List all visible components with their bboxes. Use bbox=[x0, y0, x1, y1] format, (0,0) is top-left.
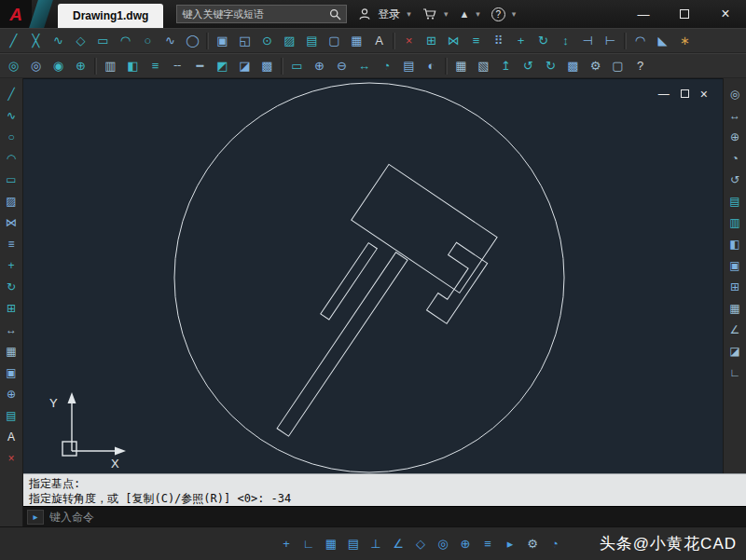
minimize-button[interactable]: — bbox=[623, 0, 664, 28]
circle-icon[interactable]: ○ bbox=[137, 30, 159, 51]
search-box[interactable] bbox=[176, 5, 347, 23]
layers-palette-icon[interactable]: ▤ bbox=[725, 191, 745, 211]
measure-tool-icon[interactable]: ⊕ bbox=[2, 384, 21, 403]
ellipse-icon[interactable]: ◯ bbox=[182, 30, 203, 51]
render-icon[interactable]: ◐ bbox=[421, 55, 442, 76]
object-snap-tracking-icon[interactable]: ⊕ bbox=[454, 533, 477, 555]
blocks-palette-icon[interactable]: ▣ bbox=[725, 255, 745, 275]
array-icon[interactable]: ⠿ bbox=[488, 30, 509, 51]
search-icon[interactable] bbox=[329, 8, 341, 20]
rotate-icon[interactable]: ↻ bbox=[532, 30, 554, 51]
orbit-view-icon[interactable]: ◔ bbox=[725, 148, 745, 168]
mtext-icon[interactable]: A bbox=[368, 30, 390, 51]
ucs-toggle-icon[interactable]: ∟ bbox=[725, 362, 745, 382]
named-views-icon[interactable]: ▤ bbox=[398, 55, 420, 76]
text-style-icon[interactable]: A bbox=[2, 427, 21, 446]
properties-palette-icon[interactable]: ▥ bbox=[725, 212, 745, 232]
match-properties-icon[interactable]: ◧ bbox=[122, 55, 144, 76]
ortho-mode-icon[interactable]: ⊥ bbox=[365, 533, 387, 555]
copy-icon[interactable]: ⊞ bbox=[421, 30, 442, 51]
copy-tool-icon[interactable]: ⊞ bbox=[2, 298, 21, 318]
extend-icon[interactable]: ⊢ bbox=[600, 30, 621, 51]
signin-group[interactable]: 登录 ▾ bbox=[358, 7, 411, 22]
rectangle-icon[interactable]: ▭ bbox=[92, 30, 114, 51]
erase-icon[interactable]: × bbox=[398, 30, 420, 51]
drawing-canvas[interactable]: — × Y X bbox=[23, 78, 723, 473]
point-icon[interactable]: ⊙ bbox=[256, 30, 278, 51]
measure-icon[interactable]: ⊕ bbox=[70, 55, 91, 76]
redo-icon[interactable]: ↻ bbox=[540, 55, 561, 76]
construction-line-icon[interactable]: ╳ bbox=[25, 30, 47, 51]
xref-palette-icon[interactable]: ⊞ bbox=[725, 277, 745, 296]
layers-tool-icon[interactable]: ▤ bbox=[2, 405, 21, 425]
offset-tool-icon[interactable]: ≡ bbox=[2, 234, 21, 253]
circle-2p-icon[interactable]: ◎ bbox=[25, 55, 47, 76]
options-icon[interactable]: ⚙ bbox=[585, 55, 606, 76]
doc-restore-button[interactable] bbox=[681, 88, 689, 101]
undo-icon[interactable]: ↺ bbox=[518, 55, 539, 76]
orbit-icon[interactable]: ◔ bbox=[376, 55, 397, 76]
arc-icon[interactable]: ◠ bbox=[115, 30, 136, 51]
maximize-button[interactable] bbox=[664, 0, 705, 28]
app-menu-button[interactable]: A bbox=[0, 0, 32, 28]
block-tool-icon[interactable]: ▣ bbox=[2, 362, 21, 382]
export-icon[interactable]: ↥ bbox=[495, 55, 517, 76]
hatch-icon[interactable]: ▨ bbox=[279, 30, 300, 51]
annotation-monitor-icon[interactable]: ◔ bbox=[544, 533, 566, 555]
zoom-in-icon[interactable]: ⊕ bbox=[309, 55, 330, 76]
line-icon[interactable]: ╱ bbox=[3, 30, 24, 51]
rectangle-tool-icon[interactable]: ▭ bbox=[2, 170, 21, 189]
publish-icon[interactable]: ▧ bbox=[473, 55, 494, 76]
region-icon[interactable]: ▢ bbox=[324, 30, 345, 51]
workspace-switching-icon[interactable]: ⚙ bbox=[521, 533, 544, 555]
object-snap-icon[interactable]: ◎ bbox=[432, 533, 454, 555]
doc-close-button[interactable]: × bbox=[700, 87, 708, 102]
crosshair-icon[interactable]: + bbox=[275, 533, 297, 555]
infer-constraints-icon[interactable]: ∟ bbox=[297, 533, 320, 555]
measure-palette-icon[interactable]: ∠ bbox=[725, 320, 745, 339]
zoom-view-icon[interactable]: ⊕ bbox=[725, 127, 745, 146]
grid-display-icon[interactable]: ▤ bbox=[342, 533, 365, 555]
bar-rect-entity[interactable] bbox=[321, 243, 378, 320]
hatch-tool-icon[interactable]: ▨ bbox=[2, 191, 21, 211]
donut-icon[interactable]: ◎ bbox=[3, 55, 24, 76]
layer-icon[interactable]: ≡ bbox=[145, 55, 166, 76]
command-input[interactable] bbox=[49, 511, 742, 524]
arc-tool-icon[interactable]: ◠ bbox=[2, 148, 21, 168]
paste-icon[interactable]: ▥ bbox=[100, 55, 121, 76]
dimension-tool-icon[interactable]: ↔ bbox=[2, 320, 21, 339]
table-icon[interactable]: ▦ bbox=[346, 30, 367, 51]
clean-screen-icon[interactable]: ▢ bbox=[607, 55, 629, 76]
color-icon[interactable]: ◩ bbox=[212, 55, 233, 76]
circle-3p-icon[interactable]: ◉ bbox=[48, 55, 69, 76]
handle-rect-entity[interactable] bbox=[277, 253, 408, 436]
app-manager-group[interactable]: ▲ ▾ bbox=[459, 8, 479, 20]
explode-icon[interactable]: ∗ bbox=[674, 30, 696, 51]
document-tab[interactable]: Drawing1.dwg bbox=[58, 4, 163, 28]
polyline-icon[interactable]: ∿ bbox=[48, 30, 69, 51]
linetype-icon[interactable]: ╌ bbox=[167, 55, 188, 76]
help-toolbar-icon[interactable]: ? bbox=[629, 55, 651, 76]
insert-block-icon[interactable]: ▣ bbox=[212, 30, 233, 51]
properties-icon[interactable]: ▩ bbox=[562, 55, 584, 76]
circle-tool-icon[interactable]: ○ bbox=[2, 127, 21, 146]
polygon-icon[interactable]: ◇ bbox=[70, 30, 91, 51]
zoom-window-icon[interactable]: ▭ bbox=[286, 55, 308, 76]
search-input[interactable] bbox=[182, 8, 329, 20]
scale-icon[interactable]: ↕ bbox=[555, 30, 576, 51]
move-tool-icon[interactable]: + bbox=[2, 255, 21, 275]
snap-mode-icon[interactable]: ▦ bbox=[320, 533, 342, 555]
view-back-icon[interactable]: ↺ bbox=[725, 170, 745, 189]
line-tool-icon[interactable]: ╱ bbox=[2, 84, 21, 103]
section-icon[interactable]: ◪ bbox=[725, 341, 745, 361]
mirror-tool-icon[interactable]: ⋈ bbox=[2, 212, 21, 232]
dynamic-input-icon[interactable]: ▸ bbox=[499, 533, 521, 555]
zoom-out-icon[interactable]: ⊖ bbox=[331, 55, 352, 76]
head-rect-entity[interactable] bbox=[352, 164, 497, 293]
rotate-tool-icon[interactable]: ↻ bbox=[2, 277, 21, 296]
gradient-icon[interactable]: ▤ bbox=[301, 30, 323, 51]
offset-icon[interactable]: ≡ bbox=[465, 30, 487, 51]
steering-wheel-icon[interactable]: ◎ bbox=[725, 84, 745, 103]
lineweight-display-icon[interactable]: ≡ bbox=[477, 533, 499, 555]
mirror-icon[interactable]: ⋈ bbox=[443, 30, 464, 51]
